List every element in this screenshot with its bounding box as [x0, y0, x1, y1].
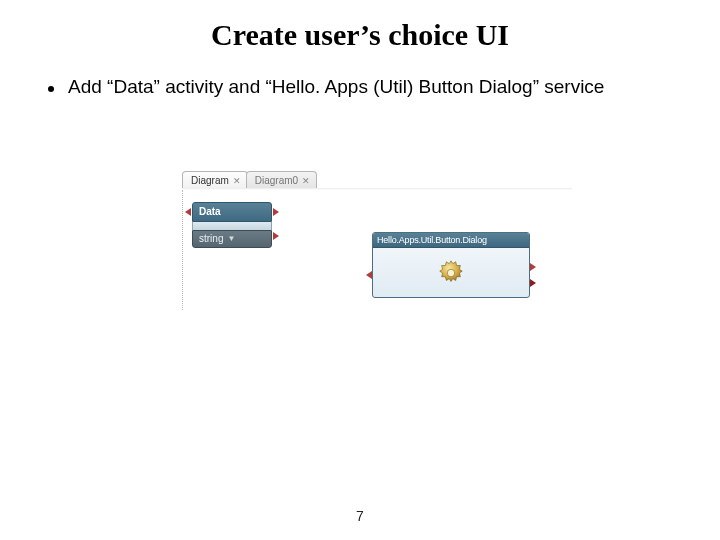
service-node-title: Hello.Apps.Util.Button.Dialog	[373, 233, 529, 248]
data-activity-title: Data	[192, 202, 272, 222]
slide-title: Create user’s choice UI	[0, 0, 720, 52]
data-activity-node[interactable]: Data string ▼	[192, 202, 272, 248]
button-dialog-service-node[interactable]: Hello.Apps.Util.Button.Dialog	[372, 232, 530, 298]
chevron-down-icon: ▼	[227, 231, 235, 247]
output-port[interactable]	[273, 208, 279, 216]
output-port[interactable]	[530, 263, 536, 271]
input-port[interactable]	[185, 208, 191, 216]
bullet-marker	[48, 86, 54, 92]
bullet-item: Add “Data” activity and “Hello. Apps (Ut…	[48, 76, 672, 98]
page-number: 7	[0, 508, 720, 524]
svg-point-0	[447, 269, 455, 277]
diagram-canvas: Diagram ✕ Diagram0 ✕ Data string ▼ Hello…	[182, 170, 572, 310]
input-port[interactable]	[366, 271, 372, 279]
data-activity-type-label: string	[199, 231, 223, 247]
gear-icon	[436, 258, 466, 288]
service-node-body	[373, 248, 529, 297]
error-port[interactable]	[530, 279, 536, 287]
data-activity-type-selector[interactable]: string ▼	[192, 230, 272, 248]
design-surface[interactable]: Data string ▼ Hello.Apps.Util.Button.Dia…	[182, 190, 572, 310]
tab-strip: Diagram ✕ Diagram0 ✕	[182, 170, 315, 190]
output-port[interactable]	[273, 232, 279, 240]
vertical-guide	[182, 190, 184, 310]
bullet-text: Add “Data” activity and “Hello. Apps (Ut…	[68, 76, 604, 98]
data-activity-body	[192, 222, 272, 230]
